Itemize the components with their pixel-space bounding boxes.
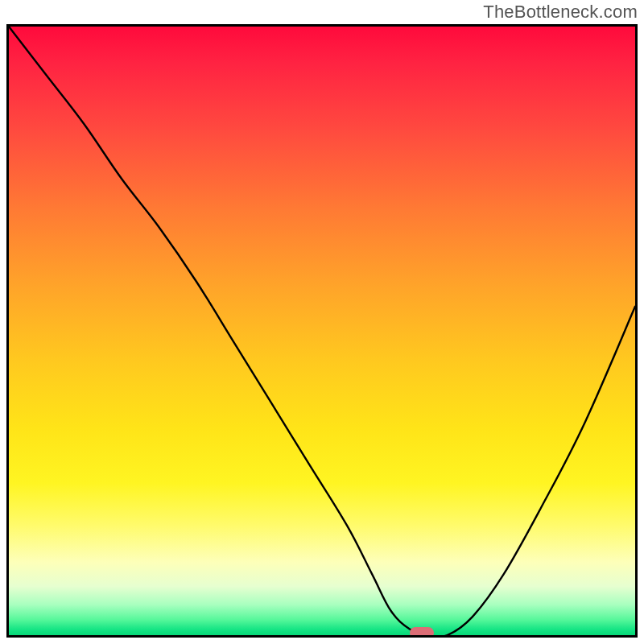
plot-area — [6, 24, 638, 638]
bottleneck-curve — [9, 27, 635, 635]
chart-container: TheBottleneck.com — [0, 0, 644, 644]
watermark-text: TheBottleneck.com — [483, 2, 638, 23]
optimal-marker — [410, 627, 434, 638]
